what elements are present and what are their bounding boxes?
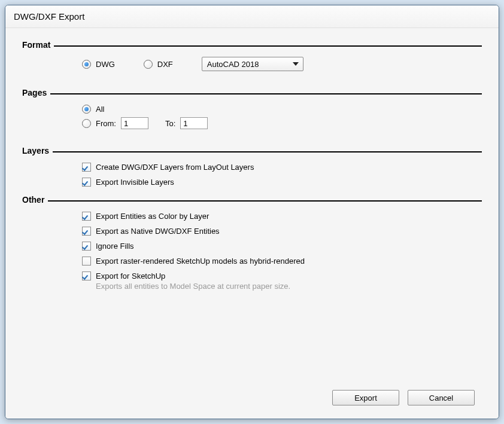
- section-format: Format DWG DXF: [22, 40, 482, 71]
- row-ignore-fills: Ignore Fills: [82, 242, 482, 251]
- pages-all-row: All: [82, 105, 482, 114]
- dialog-window: DWG/DXF Export Format DWG DXF: [5, 5, 499, 419]
- pages-from-input[interactable]: [121, 117, 148, 129]
- dialog-content: Format DWG DXF: [5, 28, 499, 419]
- radio-all-label[interactable]: All: [82, 105, 104, 114]
- checkbox-export-sketchup-text: Export for SketchUp: [96, 272, 165, 280]
- section-title-format: Format: [22, 40, 50, 50]
- version-select-wrap: AutoCAD 2018: [202, 57, 303, 71]
- row-color-by-layer: Export Entities as Color by Layer: [82, 212, 482, 221]
- divider: [48, 200, 482, 202]
- pages-to-input[interactable]: [180, 117, 208, 129]
- checkbox-ignore-fills[interactable]: [82, 242, 91, 251]
- checkbox-export-sketchup-label[interactable]: Export for SketchUp: [82, 272, 165, 280]
- format-group-dxf: DXF AutoCAD 2018: [144, 57, 303, 71]
- pages-to-label: To:: [165, 119, 175, 128]
- checkbox-invisible-layers[interactable]: [82, 178, 91, 187]
- dialog-title: DWG/DXF Export: [14, 11, 84, 22]
- section-body: All From: To:: [22, 105, 482, 129]
- checkbox-hybrid-text: Export raster-rendered SketchUp models a…: [96, 257, 305, 266]
- divider: [50, 93, 482, 94]
- section-title-layers: Layers: [22, 146, 49, 155]
- pages-range-row: From: To:: [82, 117, 482, 129]
- checkbox-create-layers-text: Create DWG/DXF Layers from LayOut Layers: [96, 163, 254, 172]
- section-header: Format: [22, 40, 482, 50]
- row-create-layers: Create DWG/DXF Layers from LayOut Layers: [82, 163, 482, 172]
- section-header: Layers: [22, 146, 482, 155]
- checkbox-native-label[interactable]: Export as Native DWG/DXF Entities: [82, 227, 220, 236]
- section-pages: Pages All From: To:: [22, 88, 482, 129]
- radio-dwg[interactable]: [82, 60, 91, 69]
- radio-dwg-label[interactable]: DWG: [82, 60, 115, 69]
- checkbox-hybrid-rendered[interactable]: [82, 257, 91, 266]
- export-sketchup-hint: Exports all entities to Model Space at c…: [96, 282, 482, 291]
- radio-dxf[interactable]: [144, 60, 153, 69]
- radio-from-text: From:: [96, 119, 116, 128]
- checkbox-invisible-label[interactable]: Export Invisible Layers: [82, 178, 174, 187]
- section-header: Pages: [22, 88, 482, 97]
- divider: [53, 151, 482, 152]
- checkbox-create-layers[interactable]: [82, 163, 91, 172]
- checkbox-create-layers-label[interactable]: Create DWG/DXF Layers from LayOut Layers: [82, 163, 254, 172]
- button-bar: Export Cancel: [332, 390, 475, 405]
- section-body: Create DWG/DXF Layers from LayOut Layers…: [22, 163, 482, 187]
- checkbox-ignore-fills-label[interactable]: Ignore Fills: [82, 242, 134, 251]
- titlebar: DWG/DXF Export: [5, 5, 499, 28]
- section-layers: Layers Create DWG/DXF Layers from LayOut…: [22, 146, 482, 187]
- checkbox-ignore-fills-text: Ignore Fills: [96, 242, 134, 251]
- radio-pages-range[interactable]: [82, 119, 91, 128]
- section-body: Export Entities as Color by Layer Export…: [22, 212, 482, 291]
- divider: [54, 45, 482, 47]
- checkbox-color-by-layer[interactable]: [82, 212, 91, 221]
- row-invisible-layers: Export Invisible Layers: [82, 178, 482, 187]
- checkbox-color-by-layer-text: Export Entities as Color by Layer: [96, 212, 209, 221]
- radio-dxf-text: DXF: [157, 60, 173, 69]
- radio-dwg-text: DWG: [96, 60, 115, 69]
- row-hybrid: Export raster-rendered SketchUp models a…: [82, 257, 482, 266]
- section-title-pages: Pages: [22, 88, 47, 97]
- version-select[interactable]: AutoCAD 2018: [202, 57, 303, 71]
- radio-from-label[interactable]: From:: [82, 119, 116, 128]
- checkbox-invisible-text: Export Invisible Layers: [96, 178, 174, 187]
- section-other: Other Export Entities as Color by Layer …: [22, 195, 482, 291]
- checkbox-hybrid-label[interactable]: Export raster-rendered SketchUp models a…: [82, 257, 305, 266]
- row-export-sketchup: Export for SketchUp: [82, 272, 482, 280]
- export-button[interactable]: Export: [332, 390, 399, 405]
- radio-dxf-label[interactable]: DXF: [144, 60, 173, 69]
- cancel-button[interactable]: Cancel: [408, 390, 475, 405]
- section-title-other: Other: [22, 195, 44, 205]
- section-body: DWG DXF AutoCAD 2018: [22, 57, 482, 71]
- format-row: DWG DXF AutoCAD 2018: [82, 57, 482, 71]
- checkbox-color-by-layer-label[interactable]: Export Entities as Color by Layer: [82, 212, 209, 221]
- checkbox-native-entities[interactable]: [82, 227, 91, 236]
- section-header: Other: [22, 195, 482, 205]
- row-native: Export as Native DWG/DXF Entities: [82, 227, 482, 236]
- checkbox-export-sketchup[interactable]: [82, 272, 91, 280]
- radio-pages-all[interactable]: [82, 105, 91, 114]
- radio-all-text: All: [96, 105, 104, 114]
- checkbox-native-text: Export as Native DWG/DXF Entities: [96, 227, 220, 236]
